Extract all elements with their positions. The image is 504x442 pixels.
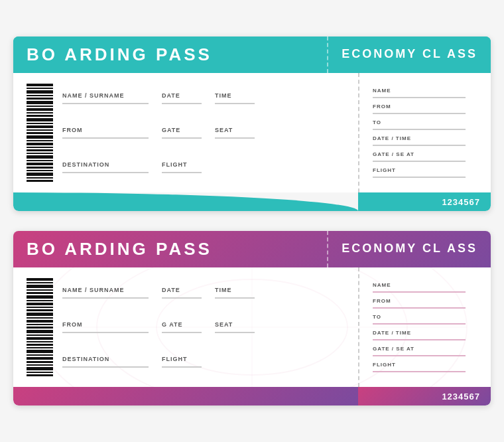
pass2-header-right: ECONOMY CL ASS <box>327 231 491 267</box>
pass2-name-label: NAME / SURNAME <box>62 287 149 293</box>
pass2-time-field: TIME <box>215 287 255 299</box>
time-value <box>215 103 255 104</box>
destination-label: DESTINATION <box>62 161 149 168</box>
pass2-row-dest: DESTINATION FLIGHT <box>62 356 345 368</box>
pass2-from-value <box>62 332 149 333</box>
destination-field: DESTINATION <box>62 161 149 173</box>
pass2-gate-label: G ATE <box>162 321 202 328</box>
pass2-destination-field: DESTINATION <box>62 356 149 368</box>
seat-value <box>215 137 255 139</box>
pass2-flight-value <box>162 366 202 368</box>
date-value <box>162 103 202 104</box>
date-label: DATE <box>162 92 202 99</box>
pass2-body: NAME / SURNAME DATE TIME FROM <box>13 267 491 387</box>
pass2-flight-label: FLIGHT <box>162 356 202 362</box>
pass2-footer-number: 1234567 <box>442 392 480 402</box>
barcode-pink <box>27 278 53 376</box>
pass2-header: BO ARDING PASS ECONOMY CL ASS <box>13 231 491 267</box>
header-left: BO ARDING PASS <box>13 37 327 73</box>
time-label: TIME <box>215 92 255 99</box>
pass2-row-name: NAME / SURNAME DATE TIME <box>62 287 345 299</box>
pass2-seat-label: SEAT <box>215 321 255 328</box>
row-dest: DESTINATION FLIGHT <box>62 161 345 173</box>
name-label: NAME / SURNAME <box>62 92 149 99</box>
pass2-footer-left <box>13 387 358 405</box>
pass2-fields-section: NAME / SURNAME DATE TIME FROM <box>62 278 345 376</box>
pass2-seat-value <box>215 332 255 333</box>
row-from: FROM GATE SEAT <box>62 127 345 139</box>
pass2-seat-field: SEAT <box>215 321 255 333</box>
right-flight: FLIGHT <box>373 167 477 178</box>
body-left: NAME / SURNAME DATE TIME FROM <box>13 73 358 192</box>
pass2-footer: 1234567 <box>13 387 491 405</box>
seat-field: SEAT <box>215 127 255 139</box>
pass2-body-left: NAME / SURNAME DATE TIME FROM <box>13 267 358 387</box>
date-field: DATE <box>162 92 202 104</box>
pass2-destination-value <box>62 366 149 368</box>
pass-header: BO ARDING PASS ECONOMY CL ASS <box>13 37 491 73</box>
gate-label: GATE <box>162 127 202 133</box>
pass2-right-flight: FLIGHT <box>373 362 477 372</box>
right-gate-seat: GATE / SE AT <box>373 151 477 162</box>
pass2-time-label: TIME <box>215 287 255 293</box>
pass2-name-value <box>62 297 149 299</box>
pass2-name-field: NAME / SURNAME <box>62 287 149 299</box>
pass-class: ECONOMY CL ASS <box>342 47 477 61</box>
pass2-date-label: DATE <box>162 287 202 293</box>
pass2-right-name: NAME <box>373 282 477 293</box>
pass2-header-left: BO ARDING PASS <box>13 231 327 267</box>
pass2-right-datetime: DATE / TIME <box>373 330 477 340</box>
pass2-title: BO ARDING PASS <box>27 239 314 259</box>
pass2-right-from: FROM <box>373 298 477 309</box>
pass-body: NAME / SURNAME DATE TIME FROM <box>13 73 491 192</box>
pass2-from-field: FROM <box>62 321 149 333</box>
pass2-right-gate-seat: GATE / SE AT <box>373 346 477 356</box>
pass2-gate-value <box>162 332 202 333</box>
pass-footer: 1234567 <box>13 192 491 211</box>
boarding-pass-pink: BO ARDING PASS ECONOMY CL ASS <box>13 231 491 405</box>
destination-value <box>62 172 149 173</box>
footer-number: 1234567 <box>442 197 480 207</box>
gate-field: GATE <box>162 127 202 139</box>
pass2-date-value <box>162 297 202 299</box>
pass2-right-section: NAME FROM TO DATE / TIME GATE / SE AT FL… <box>358 267 491 387</box>
pass2-right-to: TO <box>373 314 477 325</box>
row-name: NAME / SURNAME DATE TIME <box>62 92 345 104</box>
pass2-class: ECONOMY CL ASS <box>342 242 477 256</box>
pass2-date-field: DATE <box>162 287 202 299</box>
pass2-from-label: FROM <box>62 321 149 328</box>
from-value <box>62 137 149 139</box>
fields-section: NAME / SURNAME DATE TIME FROM <box>62 84 345 182</box>
pass2-flight-field: FLIGHT <box>162 356 202 368</box>
barcode <box>27 84 53 182</box>
name-field: NAME / SURNAME <box>62 92 149 104</box>
pass2-gate-field: G ATE <box>162 321 202 333</box>
pass2-destination-label: DESTINATION <box>62 356 149 362</box>
pass2-footer-right: 1234567 <box>358 387 491 405</box>
footer-left <box>13 192 358 211</box>
right-to: TO <box>373 119 477 130</box>
footer-right: 1234567 <box>358 192 491 211</box>
pass2-row-from: FROM G ATE SEAT <box>62 321 345 333</box>
from-field: FROM <box>62 127 149 139</box>
time-field: TIME <box>215 92 255 104</box>
flight-value <box>162 172 202 173</box>
right-name: NAME <box>373 88 477 98</box>
seat-label: SEAT <box>215 127 255 133</box>
right-datetime: DATE / TIME <box>373 135 477 146</box>
pass-title: BO ARDING PASS <box>27 44 314 65</box>
gate-value <box>162 137 202 139</box>
from-label: FROM <box>62 127 149 133</box>
flight-field: FLIGHT <box>162 161 202 173</box>
pass2-time-value <box>215 297 255 299</box>
boarding-pass-teal: BO ARDING PASS ECONOMY CL ASS <box>13 37 491 211</box>
header-right: ECONOMY CL ASS <box>327 37 491 73</box>
right-from: FROM <box>373 104 477 114</box>
name-value <box>62 103 149 104</box>
flight-label: FLIGHT <box>162 161 202 168</box>
right-section: NAME FROM TO DATE / TIME GATE / SE AT FL… <box>358 73 491 192</box>
